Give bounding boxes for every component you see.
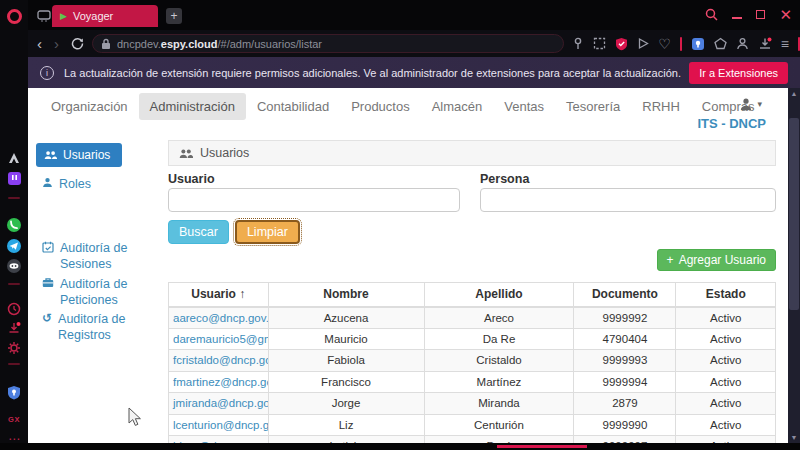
reload-icon[interactable]	[71, 37, 84, 50]
telegram-icon[interactable]	[6, 238, 22, 254]
usuario-input[interactable]	[168, 188, 460, 212]
nav-item-organizacion[interactable]: Organización	[40, 93, 139, 120]
panel-title: Usuarios	[200, 146, 249, 160]
cell-estado: Activo	[676, 371, 776, 393]
notification-message: La actualización de extensión requiere p…	[64, 67, 689, 79]
sidebar-item-roles[interactable]: Roles	[42, 176, 157, 192]
panel-header: Usuarios	[168, 140, 776, 166]
snapshot-icon[interactable]	[593, 37, 606, 50]
downloads-icon[interactable]	[6, 320, 22, 336]
page-content: Organización Administración Contabilidad…	[28, 88, 800, 443]
cell-nombre: Azucena	[268, 307, 424, 329]
scrollbar-thumb[interactable]	[789, 118, 799, 310]
extension-badge-icon[interactable]	[691, 37, 705, 51]
cell-estado: Activo	[676, 307, 776, 329]
caret-down-icon: ▾	[757, 99, 762, 109]
maximize-button[interactable]	[756, 10, 765, 19]
info-icon: i	[40, 66, 54, 80]
table-row: daremauricio5@gmail.com Mauricio Da Re 4…	[169, 328, 776, 350]
extension-shield-icon[interactable]	[6, 384, 22, 400]
browser-search-icon[interactable]	[705, 8, 718, 21]
nav-item-contabilidad[interactable]: Contabilidad	[246, 93, 340, 120]
agregar-usuario-button[interactable]: + Agregar Usuario	[657, 249, 776, 271]
sidebar-item-auditoria-peticiones[interactable]: Auditoría de Peticiones	[42, 276, 157, 308]
sidebar-item-auditoria-sesiones[interactable]: Auditoría de Sesiones	[42, 240, 157, 272]
flow-send-icon[interactable]	[637, 37, 649, 50]
column-header-estado[interactable]: Estado	[676, 283, 776, 307]
pin-tab-icon[interactable]	[572, 37, 584, 50]
column-header-documento[interactable]: Documento	[574, 283, 676, 307]
app-top-nav: Organización Administración Contabilidad…	[28, 88, 788, 134]
tab-bar: ▶ Voyager + ✕	[28, 0, 800, 30]
bookmark-heart-icon[interactable]: ♡	[658, 37, 671, 51]
opera-gx-logo-icon[interactable]	[6, 8, 22, 24]
sidebar-item-label: Auditoría de Sesiones	[60, 240, 157, 272]
sidebar-item-usuarios[interactable]: Usuarios	[36, 143, 122, 167]
back-icon[interactable]: ‹	[37, 36, 42, 51]
gx-logo-icon[interactable]: GX	[6, 411, 22, 427]
lock-icon	[101, 38, 111, 50]
cell-documento: 2879	[574, 393, 676, 415]
user-email-link[interactable]: daremauricio5@gmail.com	[173, 333, 268, 345]
whatsapp-icon[interactable]	[6, 217, 22, 233]
column-header-usuario[interactable]: Usuario ↑	[169, 283, 269, 307]
toolbar-separator	[680, 37, 682, 51]
limpiar-button[interactable]: Limpiar	[235, 220, 300, 244]
discord-icon[interactable]	[6, 258, 22, 274]
go-to-extensions-button[interactable]: Ir a Extensiones	[689, 62, 788, 84]
sort-asc-icon: ↑	[239, 287, 245, 301]
browser-tab-voyager[interactable]: ▶ Voyager	[52, 5, 158, 27]
page-scrollbar[interactable]: ▲ ▼	[788, 88, 800, 443]
persona-input[interactable]	[480, 188, 776, 212]
sidebar-item-label: Auditoría de Peticiones	[60, 276, 157, 308]
cell-nombre: Francisco	[268, 371, 424, 393]
nav-item-ventas[interactable]: Ventas	[493, 93, 555, 120]
user-menu[interactable]: ▾	[739, 97, 762, 111]
tab-title: Voyager	[73, 10, 113, 22]
nav-item-productos[interactable]: Productos	[340, 93, 421, 120]
scroll-down-icon[interactable]: ▼	[788, 434, 800, 441]
usuario-label: Usuario	[168, 172, 215, 186]
workspaces-icon[interactable]	[36, 8, 52, 24]
url-field[interactable]: dncpdev.espy.cloud/#/adm/usuarios/listar	[92, 34, 564, 53]
cell-estado: Activo	[676, 393, 776, 415]
cell-documento: 4790404	[574, 328, 676, 350]
shield-badge-icon[interactable]	[615, 37, 628, 51]
profile-icon[interactable]	[736, 37, 749, 50]
mouse-cursor	[128, 407, 142, 427]
twitch-icon[interactable]	[6, 170, 22, 186]
minimize-button[interactable]	[732, 17, 742, 19]
person-icon	[42, 177, 53, 188]
nav-item-rrhh[interactable]: RRHH	[631, 93, 691, 120]
cell-apellido: Miranda	[424, 393, 574, 415]
column-header-apellido[interactable]: Apellido	[424, 283, 574, 307]
user-email-link[interactable]: jmiranda@dncp.gov.py	[173, 397, 268, 409]
settings-gear-icon[interactable]	[6, 340, 22, 356]
user-email-link[interactable]: aareco@dncp.gov.py	[173, 312, 268, 324]
column-header-nombre[interactable]: Nombre	[268, 283, 424, 307]
forward-icon[interactable]: ›	[54, 36, 59, 51]
cell-documento: 9999997	[574, 436, 676, 444]
table-row: aareco@dncp.gov.py Azucena Areco 9999992…	[169, 307, 776, 329]
pentagon-icon[interactable]	[714, 37, 727, 50]
nav-item-administracion[interactable]: Administración	[139, 93, 246, 120]
cell-estado: Activo	[676, 350, 776, 372]
menu-icon[interactable]: ≡	[781, 37, 789, 51]
persona-label: Persona	[480, 172, 529, 186]
table-row: jmiranda@dncp.gov.py Jorge Miranda 2879 …	[169, 393, 776, 415]
close-button[interactable]: ✕	[779, 7, 792, 22]
sidebar-item-auditoria-registros[interactable]: ↺ Auditoría de Registros	[42, 311, 157, 343]
briefcase-icon	[42, 277, 54, 288]
table-row: lcenturion@dncp.gov.py Liz Centurión 999…	[169, 414, 776, 436]
gx-corner-icon[interactable]	[6, 149, 22, 165]
nav-item-almacen[interactable]: Almacén	[421, 93, 494, 120]
new-tab-button[interactable]: +	[166, 8, 182, 24]
history-clock-icon[interactable]	[6, 301, 22, 317]
scroll-up-icon[interactable]: ▲	[788, 90, 800, 97]
nav-item-tesoreria[interactable]: Tesorería	[555, 93, 631, 120]
download-tray-icon[interactable]	[758, 37, 772, 50]
user-email-link[interactable]: fmartinez@dncp.gov.py	[173, 376, 268, 388]
user-email-link[interactable]: fcristaldo@dncp.gov.py	[173, 354, 268, 366]
user-email-link[interactable]: lcenturion@dncp.gov.py	[173, 419, 268, 431]
buscar-button[interactable]: Buscar	[168, 220, 229, 244]
